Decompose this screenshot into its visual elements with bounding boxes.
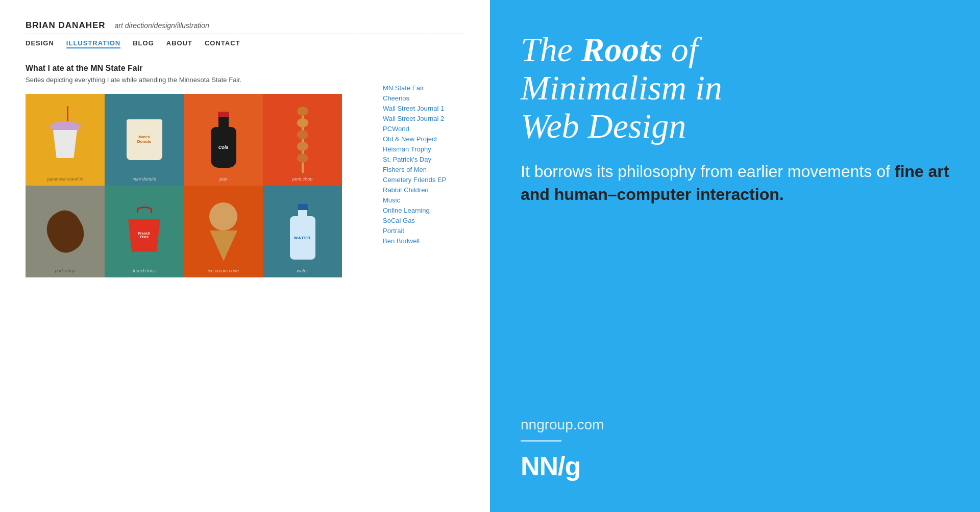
donut-bag-illustration: Mini'sDonuts [127,119,162,160]
cell-label-3: pop [219,176,227,182]
cell-label-4: pork chop [292,176,313,182]
nav-contact[interactable]: CONTACT [205,39,240,48]
illustration-grid: japanese stand ix Mini'sDonuts mini donu… [26,94,342,277]
sidebar-link-cheerios[interactable]: Cheerios [383,94,464,102]
nav-illustration[interactable]: ILLUSTRATION [66,39,120,48]
article-content: The Roots of Minimalism in Web Design It… [521,31,949,206]
right-panel: The Roots of Minimalism in Web Design It… [490,0,980,512]
title-of: of [663,30,698,69]
section-desc: Series depicting everything I ate while … [26,76,368,84]
kebab-piece-4 [297,142,308,151]
header-divider [26,34,464,34]
site-name: BRIAN DANAHER [26,20,106,31]
sidebar-link-pcworld[interactable]: PCWorld [383,125,464,133]
title-the: The [521,30,581,69]
kebab-illustration [295,104,310,175]
title-line3: Web Design [521,107,686,145]
cell-label-5: pork chop [55,268,76,273]
fries-illustration: FrenchFries [127,212,162,252]
sidebar-link-mn-state-fair[interactable]: MN State Fair [383,84,464,92]
site-header: BRIAN DANAHER art direction/design/illus… [26,20,464,48]
site-tagline: art direction/design/illustration [115,21,209,30]
sidebar-link-st-patricks[interactable]: St. Patrick's Day [383,156,464,163]
chicken-illustration [39,205,91,258]
bottle-body: Cola [211,127,236,168]
grid-cell-7: ice cream cone [184,186,263,277]
water-bottle-illustration: WATER [290,204,315,260]
wbottle-cap [298,204,308,210]
wbottle-label-text: WATER [294,236,311,240]
nngroup-url: nngroup.com [521,417,949,433]
kebab-piece-5 [297,153,308,163]
nav-about[interactable]: ABOUT [166,39,192,48]
title-line2: Minimalism in [521,68,722,107]
article-title: The Roots of Minimalism in Web Design [521,31,949,145]
cell-label-1: japanese stand ix [47,176,83,182]
left-panel: BRIAN DANAHER art direction/design/illus… [0,0,490,512]
sidebar-link-portrait[interactable]: Portrait [383,227,464,235]
grid-cell-1: japanese stand ix [26,94,105,186]
grid-cell-3: Cola pop [184,94,263,186]
sidebar-link-cemetery[interactable]: Cemetery Friends EP [383,176,464,184]
bottle-cap [218,112,229,117]
fries-top [128,212,161,219]
bucket-label: FrenchFries [138,232,150,239]
bucket-body: FrenchFries [127,219,162,252]
main-content: What I ate at the MN State Fair Series d… [26,64,368,277]
sidebar-link-fishers[interactable]: Fishers of Men [383,166,464,173]
grid-cell-8: WATER water [263,186,342,277]
sidebar-link-old-new[interactable]: Old & New Project [383,135,464,143]
straw [67,106,68,121]
icecream-scoop [209,202,237,231]
body-text-1: It borrows its philosophy from earlier m… [521,162,895,181]
nng-logo: NN/g [521,451,949,481]
nav-blog[interactable]: BLOG [133,39,154,48]
cell-label-7: ice cream cone [208,268,239,273]
slushie-illustration [50,116,81,158]
cell-label-6: french fries [133,268,156,273]
bottle-neck [218,117,229,127]
sidebar-link-socal[interactable]: SoCal Gas [383,217,464,224]
grid-cell-5: pork chop [26,186,105,277]
wbottle-body: WATER [290,216,315,260]
section-title: What I ate at the MN State Fair [26,64,368,73]
footer-divider [521,440,561,442]
sidebar-link-online-learning[interactable]: Online Learning [383,207,464,214]
grid-cell-4: pork chop [263,94,342,186]
footer-area: nngroup.com NN/g [521,417,949,481]
icecream-illustration [209,202,237,261]
kebab-piece-1 [297,107,308,116]
slushie-body [51,130,80,158]
kebab-piece-3 [297,130,308,139]
bottle-label-text: Cola [218,145,229,150]
sidebar-link-ben[interactable]: Ben Bridwell [383,237,464,245]
bucket-handle [137,207,152,213]
sidebar-link-rabbit[interactable]: Rabbit Children [383,186,464,194]
grid-cell-6: FrenchFries french fries [105,186,184,277]
sidebar-link-heisman[interactable]: Heisman Trophy [383,145,464,153]
cola-bottle-illustration: Cola [211,112,236,168]
bag-body: Mini'sDonuts [127,119,162,160]
skewer [302,107,304,173]
cell-label-8: water [297,268,308,273]
icecream-cone [210,231,237,261]
sidebar-link-wsj1[interactable]: Wall Street Journal 1 [383,105,464,112]
title-roots: Roots [581,30,663,69]
sidebar-link-music[interactable]: Music [383,196,464,204]
sidebar-links: MN State Fair Cheerios Wall Street Journ… [383,64,464,277]
content-area: What I ate at the MN State Fair Series d… [26,64,464,277]
article-body: It borrows its philosophy from earlier m… [521,160,949,206]
nav-design[interactable]: DESIGN [26,39,54,48]
kebab-piece-2 [297,118,308,127]
sidebar-link-wsj2[interactable]: Wall Street Journal 2 [383,115,464,122]
wbottle-neck [298,210,307,216]
grid-cell-2: Mini'sDonuts mini donuts [105,94,184,186]
cell-label-2: mini donuts [132,176,156,182]
bag-label: Mini'sDonuts [137,135,152,144]
site-nav: DESIGN ILLUSTRATION BLOG ABOUT CONTACT [26,39,464,48]
